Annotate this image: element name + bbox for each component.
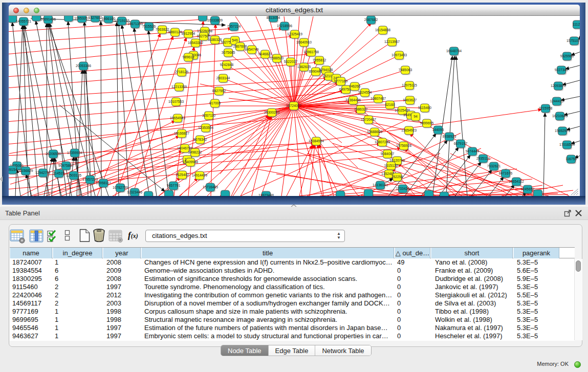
svg-text:94: 94 bbox=[413, 115, 418, 118]
svg-text:9777169: 9777169 bbox=[334, 79, 348, 83]
svg-text:13654923: 13654923 bbox=[401, 128, 417, 132]
svg-text:9463627: 9463627 bbox=[403, 98, 417, 102]
svg-text:7955812: 7955812 bbox=[313, 58, 326, 62]
svg-text:20206536: 20206536 bbox=[46, 152, 61, 156]
svg-text:15409948: 15409948 bbox=[183, 160, 198, 164]
svg-text:7625402: 7625402 bbox=[176, 173, 189, 177]
svg-text:10654112: 10654112 bbox=[509, 180, 524, 183]
svg-text:16543362: 16543362 bbox=[188, 41, 203, 45]
svg-text:12823448: 12823448 bbox=[258, 193, 274, 196]
svg-text:989613: 989613 bbox=[183, 55, 194, 59]
svg-text:19654943: 19654943 bbox=[170, 116, 185, 120]
svg-text:12323446: 12323446 bbox=[127, 190, 142, 194]
svg-text:14055721: 14055721 bbox=[16, 19, 31, 23]
svg-text:16648784: 16648784 bbox=[446, 49, 462, 53]
svg-text:3675685: 3675685 bbox=[222, 51, 235, 54]
svg-text:8678342: 8678342 bbox=[193, 138, 207, 141]
svg-text:12325419: 12325419 bbox=[287, 32, 302, 36]
svg-text:10973493: 10973493 bbox=[391, 53, 407, 57]
svg-text:16210643: 16210643 bbox=[552, 114, 568, 118]
svg-text:2803144: 2803144 bbox=[216, 76, 230, 80]
svg-text:15751074: 15751074 bbox=[567, 39, 580, 42]
svg-text:8860124: 8860124 bbox=[168, 30, 182, 34]
svg-text:1615132: 1615132 bbox=[384, 164, 398, 167]
svg-text:18724007: 18724007 bbox=[286, 104, 301, 107]
svg-text:16033809: 16033809 bbox=[207, 18, 223, 22]
svg-text:144095: 144095 bbox=[432, 128, 444, 132]
svg-text:16961758: 16961758 bbox=[303, 50, 319, 54]
svg-text:10807487: 10807487 bbox=[371, 97, 386, 100]
svg-text:2718126: 2718126 bbox=[175, 70, 189, 74]
svg-text:16671355: 16671355 bbox=[127, 22, 143, 26]
svg-text:7632621: 7632621 bbox=[487, 164, 501, 168]
svg-text:6466160: 6466160 bbox=[102, 17, 116, 20]
svg-text:7357224: 7357224 bbox=[227, 25, 241, 28]
svg-text:10688609: 10688609 bbox=[367, 130, 382, 134]
svg-text:19218596: 19218596 bbox=[277, 24, 292, 28]
svg-text:10958117: 10958117 bbox=[96, 181, 111, 185]
svg-text:19384554: 19384554 bbox=[309, 139, 324, 143]
svg-text:1244415: 1244415 bbox=[550, 99, 564, 103]
svg-text:12942757: 12942757 bbox=[35, 171, 51, 174]
svg-text:12975115: 12975115 bbox=[402, 83, 417, 87]
svg-text:9115460: 9115460 bbox=[418, 106, 431, 110]
svg-text:917006: 917006 bbox=[209, 101, 221, 105]
svg-text:1527602: 1527602 bbox=[89, 16, 102, 19]
svg-text:2935114: 2935114 bbox=[476, 157, 490, 160]
svg-text:8454749: 8454749 bbox=[245, 48, 259, 51]
svg-text:9899695: 9899695 bbox=[420, 121, 434, 125]
svg-text:17957223: 17957223 bbox=[82, 178, 98, 181]
svg-text:1362615: 1362615 bbox=[297, 65, 311, 69]
svg-text:12093872: 12093872 bbox=[551, 84, 566, 87]
svg-text:16782759: 16782759 bbox=[113, 186, 128, 189]
svg-text:9242848: 9242848 bbox=[220, 63, 234, 67]
svg-text:7663822: 7663822 bbox=[156, 28, 169, 31]
svg-text:9084067: 9084067 bbox=[381, 152, 395, 156]
svg-text:8938923: 8938923 bbox=[443, 135, 456, 138]
svg-text:21364436: 21364436 bbox=[345, 98, 361, 102]
svg-text:90975867: 90975867 bbox=[58, 164, 74, 167]
svg-text:8813054: 8813054 bbox=[267, 16, 280, 19]
svg-text:16154838: 16154838 bbox=[375, 28, 390, 32]
svg-text:39154: 39154 bbox=[9, 168, 17, 171]
svg-text:8471676: 8471676 bbox=[499, 171, 513, 175]
svg-text:9457791: 9457791 bbox=[167, 184, 181, 187]
svg-text:11123: 11123 bbox=[573, 23, 580, 26]
svg-text:8186328: 8186328 bbox=[208, 38, 222, 41]
svg-text:20053346: 20053346 bbox=[76, 64, 91, 68]
svg-text:6679197: 6679197 bbox=[454, 142, 468, 145]
svg-text:3498222: 3498222 bbox=[188, 150, 202, 154]
svg-text:3267110: 3267110 bbox=[202, 114, 215, 117]
svg-text:62160: 62160 bbox=[385, 103, 395, 106]
svg-text:11156829: 11156829 bbox=[18, 169, 33, 172]
svg-text:6794028: 6794028 bbox=[319, 68, 333, 72]
svg-text:9329966: 9329966 bbox=[560, 54, 574, 58]
svg-text:8912954: 8912954 bbox=[182, 32, 195, 35]
svg-text:3624554: 3624554 bbox=[358, 91, 372, 94]
svg-text:1588520: 1588520 bbox=[270, 56, 284, 60]
svg-text:9474444: 9474444 bbox=[466, 149, 480, 153]
svg-text:14914479: 14914479 bbox=[192, 173, 207, 177]
svg-text:19756928: 19756928 bbox=[396, 144, 411, 147]
svg-text:16640910: 16640910 bbox=[296, 40, 312, 44]
svg-text:15720407: 15720407 bbox=[361, 118, 376, 121]
svg-text:746266: 746266 bbox=[349, 84, 361, 88]
svg-text:7986322: 7986322 bbox=[354, 107, 368, 111]
svg-text:17016504: 17016504 bbox=[559, 143, 575, 146]
svg-text:7485063: 7485063 bbox=[399, 68, 412, 72]
svg-text:10107553: 10107553 bbox=[168, 100, 184, 103]
svg-text:20691406: 20691406 bbox=[40, 17, 56, 21]
svg-text:8427552: 8427552 bbox=[212, 89, 226, 93]
svg-text:12503135: 12503135 bbox=[66, 173, 81, 177]
svg-text:12213369: 12213369 bbox=[171, 85, 187, 89]
svg-text:15692971: 15692971 bbox=[555, 129, 570, 133]
svg-text:16046798: 16046798 bbox=[177, 146, 192, 150]
svg-text:17359934: 17359934 bbox=[67, 151, 82, 155]
svg-text:2087682: 2087682 bbox=[364, 18, 378, 21]
svg-text:9327505: 9327505 bbox=[197, 34, 211, 38]
svg-text:7515526: 7515526 bbox=[142, 25, 156, 28]
svg-text:5322037: 5322037 bbox=[284, 60, 298, 63]
svg-text:546: 546 bbox=[232, 38, 238, 42]
svg-text:14136141: 14136141 bbox=[373, 183, 388, 187]
svg-text:10653267: 10653267 bbox=[74, 16, 90, 20]
